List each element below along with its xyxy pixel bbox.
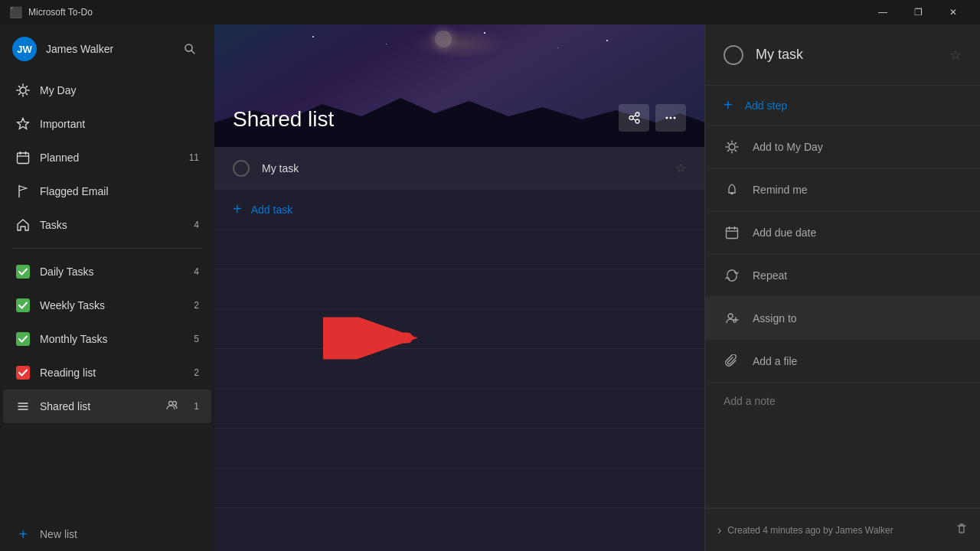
sidebar-item-planned[interactable]: Planned 11 — [3, 141, 211, 174]
sidebar-item-important[interactable]: Important — [3, 107, 211, 141]
panel-add-to-my-day[interactable]: Add to My Day — [705, 126, 980, 168]
svg-point-32 — [670, 117, 672, 119]
app-icon: ⬛ — [9, 6, 22, 18]
add-task-row[interactable]: + Add task — [214, 190, 704, 230]
panel-add-due-date[interactable]: Add due date — [705, 211, 980, 254]
task-name: My task — [262, 162, 675, 174]
panel-add-file[interactable]: Add a file — [705, 340, 980, 383]
repeat-icon — [724, 267, 740, 284]
close-button[interactable]: ✕ — [936, 0, 971, 24]
more-options-button[interactable] — [655, 104, 686, 132]
add-step-label: Add step — [745, 99, 787, 112]
svg-rect-45 — [727, 228, 738, 239]
empty-row-2 — [214, 269, 704, 309]
panel-remind-me[interactable]: Remind me — [705, 168, 980, 211]
check-icon-green-2 — [15, 298, 31, 313]
svg-line-10 — [19, 93, 20, 94]
svg-line-29 — [633, 116, 635, 117]
empty-row-5 — [214, 389, 704, 429]
panel-task-title: My task — [756, 47, 937, 63]
main-content: Shared list My task ☆ + Add — [214, 24, 704, 551]
app-title: Microsoft To-Do — [28, 7, 93, 18]
task-checkbox[interactable] — [233, 160, 250, 177]
sidebar-user: JW James Walker — [12, 37, 113, 61]
weekly-tasks-label: Weekly Tasks — [40, 299, 185, 311]
sidebar-item-my-day[interactable]: My Day — [3, 73, 211, 107]
note-input[interactable] — [724, 395, 962, 419]
username-label: James Walker — [46, 43, 113, 55]
plus-icon: + — [15, 527, 31, 542]
add-step-row[interactable]: + Add step — [705, 86, 980, 126]
svg-point-33 — [674, 117, 676, 119]
panel-repeat[interactable]: Repeat — [705, 254, 980, 297]
daily-tasks-label: Daily Tasks — [40, 266, 185, 278]
panel-header: My task ☆ — [705, 24, 980, 86]
planned-label: Planned — [40, 152, 180, 164]
search-button[interactable] — [178, 37, 202, 61]
share-button[interactable] — [619, 104, 649, 132]
panel-note[interactable] — [705, 383, 980, 508]
bell-icon — [724, 181, 740, 198]
panel-assign-to[interactable]: Assign to — [705, 297, 980, 340]
new-list-button[interactable]: + New list — [3, 517, 211, 551]
new-list-label: New list — [40, 528, 199, 540]
sidebar-item-tasks[interactable]: Tasks 4 — [3, 208, 211, 242]
svg-point-25 — [173, 401, 177, 405]
app-body: JW James Walker My Day Important Plan — [0, 24, 980, 551]
svg-point-28 — [635, 119, 639, 123]
svg-point-27 — [635, 112, 639, 116]
main-header: Shared list — [214, 24, 704, 147]
assign-to-label: Assign to — [753, 312, 797, 324]
svg-rect-18 — [16, 298, 30, 312]
svg-line-8 — [26, 93, 27, 94]
svg-line-30 — [633, 119, 635, 120]
panel-star-button[interactable]: ☆ — [949, 47, 962, 64]
created-text: Created 4 minutes ago by James Walker — [727, 525, 949, 536]
assign-to-icon — [724, 310, 740, 327]
calendar-panel-icon — [724, 224, 740, 241]
sidebar: JW James Walker My Day Important Plan — [0, 24, 214, 551]
tasks-count: 4 — [194, 220, 199, 230]
task-star-button[interactable]: ☆ — [675, 161, 686, 175]
sidebar-item-shared-list[interactable]: Shared list 1 — [3, 390, 211, 423]
svg-rect-20 — [16, 366, 30, 380]
avatar: JW — [12, 37, 37, 61]
star-icon — [15, 116, 31, 132]
repeat-label: Repeat — [753, 269, 787, 282]
maximize-button[interactable]: ❐ — [900, 0, 936, 24]
sidebar-item-weekly-tasks[interactable]: Weekly Tasks 2 — [3, 289, 211, 322]
svg-point-31 — [666, 117, 668, 119]
svg-point-2 — [20, 87, 26, 93]
sidebar-item-daily-tasks[interactable]: Daily Tasks 4 — [3, 255, 211, 289]
my-day-panel-icon — [724, 139, 740, 155]
svg-rect-52 — [959, 526, 964, 533]
svg-line-7 — [19, 86, 20, 87]
sidebar-item-monthly-tasks[interactable]: Monthly Tasks 5 — [3, 322, 211, 356]
check-icon-green-3 — [15, 331, 31, 347]
sidebar-header: JW James Walker — [0, 24, 214, 73]
planned-count: 11 — [189, 152, 199, 163]
add-task-label: Add task — [251, 204, 292, 216]
empty-row-6 — [214, 429, 704, 468]
table-row[interactable]: My task ☆ — [214, 147, 704, 190]
important-label: Important — [40, 118, 199, 130]
chevron-right-icon[interactable]: › — [717, 523, 721, 537]
add-task-plus-icon: + — [233, 201, 242, 218]
panel-task-checkbox[interactable] — [724, 45, 743, 65]
sidebar-item-flagged-email[interactable]: Flagged Email — [3, 174, 211, 208]
titlebar-controls[interactable]: — ❐ ✕ — [865, 0, 971, 24]
delete-task-button[interactable] — [956, 523, 968, 538]
list-title: Shared list — [233, 107, 334, 132]
calendar-icon — [15, 150, 31, 165]
minimize-button[interactable]: — — [865, 0, 900, 24]
empty-row-1 — [214, 230, 704, 269]
add-to-my-day-label: Add to My Day — [753, 141, 823, 153]
svg-point-35 — [729, 144, 735, 150]
header-actions — [619, 104, 686, 132]
check-icon-red — [15, 365, 31, 380]
flagged-email-label: Flagged Email — [40, 185, 199, 197]
svg-rect-12 — [18, 153, 29, 164]
sidebar-item-reading-list[interactable]: Reading list 2 — [3, 356, 211, 390]
shared-list-count: 1 — [194, 401, 199, 412]
svg-line-43 — [728, 150, 729, 151]
